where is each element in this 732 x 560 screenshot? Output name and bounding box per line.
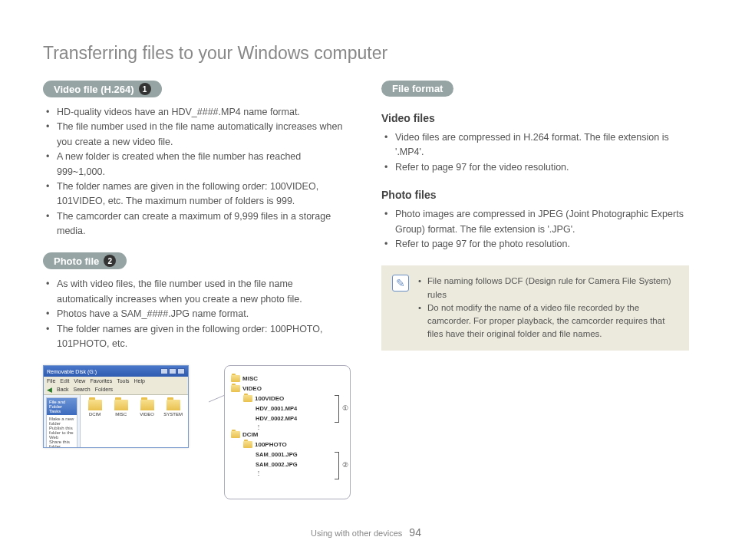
folder-tree-box: MISC VIDEO 100VIDEO HDV_0001.MP4 HDV_000… <box>224 365 351 499</box>
minimize-icon <box>160 368 168 374</box>
folder-icon <box>140 400 154 410</box>
window-controls <box>160 368 185 374</box>
bullet-item: Photo images are compressed in JPEG (Joi… <box>384 207 689 237</box>
badge-2-icon: 2 <box>104 255 116 267</box>
bullet-item: As with video files, the file number use… <box>46 277 351 307</box>
sidebar-task: Share this folder <box>49 440 74 448</box>
left-column: Video file (H.264) 1 HD-quality videos h… <box>43 81 351 511</box>
back-label: Back <box>57 387 69 392</box>
menu-item: View <box>74 378 85 384</box>
sidebar-task: Publish this folder to the Web <box>49 426 74 440</box>
bullet-item: Refer to page 97 for the photo resolutio… <box>384 237 689 252</box>
note-item: File naming follows DCF (Design rule for… <box>418 275 678 301</box>
folder-item: VIDEO <box>137 400 157 417</box>
page-title: Transferring files to your Windows compu… <box>43 43 689 64</box>
bullet-item: The folder names are given in the follow… <box>46 180 351 209</box>
folder-icon <box>231 375 240 382</box>
tree-file: HDV_0001.MP4 <box>256 405 297 412</box>
diagram-area: Removable Disk (G:) File Edit View Favor… <box>43 365 351 511</box>
bullet-item: The file number used in the file name au… <box>46 120 351 150</box>
tree-node: VIDEO <box>242 385 262 392</box>
sidebar-panel-header: File and Folder Tasks <box>47 398 77 415</box>
marker-1: ① <box>342 404 348 412</box>
bullet-item: Video files are compressed in H.264 form… <box>384 130 689 160</box>
bullet-item: Photos have a SAM_####.JPG name format. <box>46 307 351 321</box>
video-format-bullets: Video files are compressed in H.264 form… <box>381 130 689 175</box>
search-label: Search <box>74 387 91 392</box>
folder-icon <box>167 400 180 410</box>
bullet-item: The folder names are given in the follow… <box>46 322 351 352</box>
menu-item: Help <box>134 378 145 384</box>
note-item: Do not modify the name of a video file r… <box>418 301 678 341</box>
folder-item: DCIM <box>85 400 105 417</box>
tree-file: SAM_0001.JPG <box>256 451 298 458</box>
file-format-pill: File format <box>381 81 453 97</box>
explorer-toolbar: ◀ Back Search Folders <box>44 384 188 395</box>
badge-1-icon: 1 <box>139 83 151 95</box>
folder-label: VIDEO <box>140 412 154 417</box>
explorer-menubar: File Edit View Favorites Tools Help <box>44 377 188 384</box>
bullet-item: The camcorder can create a maximum of 9,… <box>46 209 351 239</box>
sidebar-task: Make a new folder <box>49 417 74 426</box>
page-footer: Using with other devices 94 <box>0 526 732 539</box>
note-icon: ✎ <box>392 275 409 292</box>
explorer-title: Removable Disk (G:) <box>47 369 97 374</box>
maximize-icon <box>169 368 176 374</box>
folder-icon <box>88 400 102 410</box>
explorer-titlebar: Removable Disk (G:) <box>44 366 188 377</box>
explorer-window: Removable Disk (G:) File Edit View Favor… <box>43 365 189 448</box>
folder-icon <box>114 400 128 410</box>
note-box: ✎ File naming follows DCF (Design rule f… <box>381 265 689 350</box>
folder-tree-callout: MISC VIDEO 100VIDEO HDV_0001.MP4 HDV_000… <box>204 365 351 503</box>
menu-item: Edit <box>60 378 69 384</box>
explorer-content: DCIM MISC VIDEO SYSTEM <box>81 395 188 448</box>
video-files-heading: Video files <box>381 112 689 124</box>
tree-file: HDV_0002.MP4 <box>256 415 297 422</box>
folder-label: SYSTEM <box>163 412 183 417</box>
menu-item: Tools <box>117 378 129 384</box>
file-format-label: File format <box>392 83 443 94</box>
menu-item: File <box>47 378 55 384</box>
footer-section: Using with other devices <box>311 529 402 538</box>
folder-item: MISC <box>111 400 131 417</box>
bullet-item: Refer to page 97 for the video resolutio… <box>384 160 689 175</box>
folder-icon <box>231 385 240 392</box>
explorer-sidebar: File and Folder Tasks Make a new folder … <box>44 395 81 448</box>
photo-pill-label: Photo file <box>54 255 99 267</box>
bullet-item: A new folder is created when the file nu… <box>46 150 351 180</box>
back-icon: ◀ <box>47 386 52 394</box>
video-bullet-list: HD-quality videos have an HDV_####.MP4 n… <box>43 105 351 239</box>
photo-bullet-list: As with video files, the file number use… <box>43 277 351 351</box>
folder-label: MISC <box>115 412 127 417</box>
tree-node: DCIM <box>242 431 258 438</box>
bracket-icon <box>335 452 339 479</box>
tree-node: MISC <box>242 375 258 382</box>
folder-item: SYSTEM <box>163 400 183 417</box>
photo-format-bullets: Photo images are compressed in JPEG (Joi… <box>381 207 689 252</box>
folder-icon <box>243 395 252 402</box>
menu-item: Favorites <box>90 378 112 384</box>
bracket-icon <box>335 395 339 423</box>
bullet-item: HD-quality videos have an HDV_####.MP4 n… <box>46 105 351 120</box>
video-file-pill: Video file (H.264) 1 <box>43 81 162 97</box>
marker-2: ② <box>342 461 348 469</box>
photo-file-pill: Photo file 2 <box>43 252 127 269</box>
folders-label: Folders <box>95 387 113 392</box>
tree-node: 100PHOTO <box>255 441 287 448</box>
tree-file: SAM_0002.JPG <box>256 461 298 468</box>
photo-files-heading: Photo files <box>381 189 689 201</box>
video-pill-label: Video file (H.264) <box>54 84 134 95</box>
folder-icon <box>243 441 252 448</box>
close-icon <box>177 368 185 374</box>
right-column: File format Video files Video files are … <box>381 81 689 511</box>
page-number: 94 <box>409 526 421 539</box>
folder-label: DCIM <box>89 412 101 417</box>
folder-icon <box>231 431 240 438</box>
tree-node: 100VIDEO <box>255 395 284 402</box>
